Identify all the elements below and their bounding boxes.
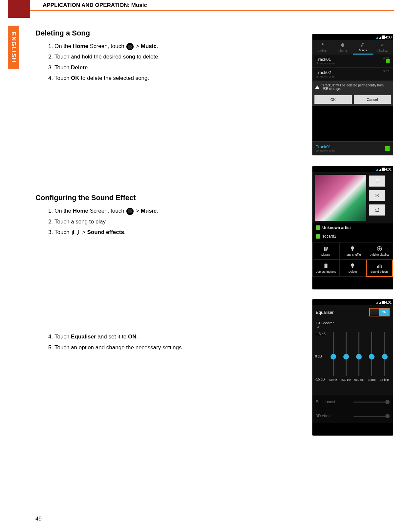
dialog-buttons: OK Cancel: [312, 93, 393, 106]
svg-rect-6: [377, 266, 378, 268]
bass-slider[interactable]: [353, 402, 390, 403]
song-row[interactable]: Track01 Unknown artist 4:00: [312, 55, 393, 68]
db-label: 0 dB: [315, 355, 322, 358]
cancel-button[interactable]: Cancel: [354, 95, 391, 104]
db-label: +15 dB: [315, 332, 326, 336]
wifi-icon: ◢: [375, 301, 378, 304]
apps-icon: [126, 208, 134, 215]
tab-artists[interactable]: Artists: [312, 40, 332, 55]
header-title: APPLICATION AND OPERATION: Music: [43, 2, 147, 9]
now-playing-area: [312, 172, 393, 223]
menu-library[interactable]: Library: [312, 243, 339, 260]
repeat-button[interactable]: [369, 204, 385, 216]
eq-band[interactable]: 14 kHz: [380, 332, 390, 382]
eq-band[interactable]: 60 Hz: [328, 332, 338, 382]
status-time: 4:01: [385, 168, 392, 171]
signal-icon: ◢: [379, 168, 381, 171]
album-art: [315, 175, 366, 221]
recent-apps-icon: [72, 230, 80, 235]
equaliser-toggle[interactable]: ON: [369, 308, 390, 316]
db-label: -15 dB: [315, 378, 325, 381]
source-row: sdcard2: [312, 232, 393, 241]
menu-sound-effects[interactable]: Sound effects: [366, 260, 393, 277]
apps-icon: [126, 43, 134, 50]
song-row[interactable]: Track02 Unknown artist 3:32: [312, 68, 393, 81]
now-playing-bar[interactable]: Track01 Unknown artist: [312, 141, 393, 155]
warning-icon: [315, 84, 319, 90]
header-rule: [30, 10, 394, 11]
status-time: 4:00: [385, 35, 392, 39]
shuffle-button[interactable]: [369, 190, 385, 201]
equaliser-label: Equaliser: [316, 310, 333, 315]
ok-button[interactable]: OK: [314, 95, 352, 104]
phone-screenshot-nowplaying: ◢ ◢ 4:01 Unknown artist sdcard2 Library …: [312, 166, 393, 289]
tab-playlists[interactable]: Playlists: [373, 40, 393, 55]
menu-ringtone[interactable]: Use as ringtone: [312, 260, 339, 277]
menu-add-playlist[interactable]: Add to playlist: [366, 243, 393, 260]
sdcard-icon: [316, 234, 320, 239]
signal-icon: ◢: [379, 301, 381, 304]
delete-dialog-message: "Track01" will be deleted permanently fr…: [312, 81, 393, 93]
language-tab: ENGLISH: [8, 26, 19, 69]
svg-rect-5: [324, 264, 327, 268]
artist-row: Unknown artist: [312, 223, 393, 232]
phone-screenshot-equaliser: ◢ ◢ 4:01 Equaliser ON FX Booster◢ +15 dB…: [312, 299, 393, 436]
equaliser-header: Equaliser ON: [312, 305, 393, 319]
options-menu: Library Party shuffle Add to playlist Us…: [312, 243, 393, 277]
3d-slider[interactable]: [353, 416, 390, 417]
status-time: 4:01: [385, 301, 392, 304]
playback-side-buttons: [369, 175, 385, 223]
status-bar: ◢ ◢ 4:01: [312, 166, 393, 172]
status-bar: ◢ ◢ 4:01: [312, 299, 393, 305]
eq-band[interactable]: 4 kHz: [367, 332, 377, 382]
3d-effect-row: 3D effect: [312, 409, 393, 423]
svg-rect-8: [380, 264, 380, 268]
menu-delete[interactable]: Delete: [339, 260, 366, 277]
play-indicator-icon: [386, 59, 390, 63]
eq-band[interactable]: 230 Hz: [341, 332, 351, 382]
status-bar: ◢ ◢ 4:00: [312, 34, 393, 40]
svg-point-2: [322, 43, 323, 45]
battery-icon: [382, 35, 385, 39]
battery-icon: [382, 168, 385, 171]
bass-boost-row: Bass boost: [312, 395, 393, 409]
play-icon: [385, 146, 390, 151]
menu-party-shuffle[interactable]: Party shuffle: [339, 243, 366, 260]
svg-point-3: [341, 43, 345, 47]
wifi-icon: ◢: [375, 35, 378, 39]
tab-songs[interactable]: Songs: [353, 40, 373, 55]
music-tabs: Artists Albums Songs Playlists: [312, 40, 393, 55]
signal-icon: ◢: [379, 35, 381, 39]
fx-booster-dropdown[interactable]: FX Booster◢: [312, 319, 393, 329]
battery-icon: [382, 301, 385, 304]
phone-screenshot-delete: ◢ ◢ 4:00 Artists Albums Songs Playlists …: [312, 34, 393, 155]
equaliser-area: +15 dB 0 dB -15 dB 60 Hz 230 Hz 910 Hz 4…: [312, 329, 393, 395]
svg-rect-1: [74, 230, 79, 234]
svg-rect-9: [381, 266, 382, 268]
tab-albums[interactable]: Albums: [332, 40, 353, 55]
artist-icon: [316, 225, 320, 230]
header-accent-block: [8, 0, 30, 18]
page-number: 49: [35, 516, 42, 522]
svg-rect-7: [378, 265, 379, 268]
wifi-icon: ◢: [375, 168, 378, 171]
eq-sliders: 60 Hz 230 Hz 910 Hz 4 kHz 14 kHz: [328, 332, 390, 382]
dropdown-icon: ◢: [316, 325, 390, 328]
eq-band[interactable]: 910 Hz: [354, 332, 364, 382]
queue-button[interactable]: [369, 175, 385, 187]
